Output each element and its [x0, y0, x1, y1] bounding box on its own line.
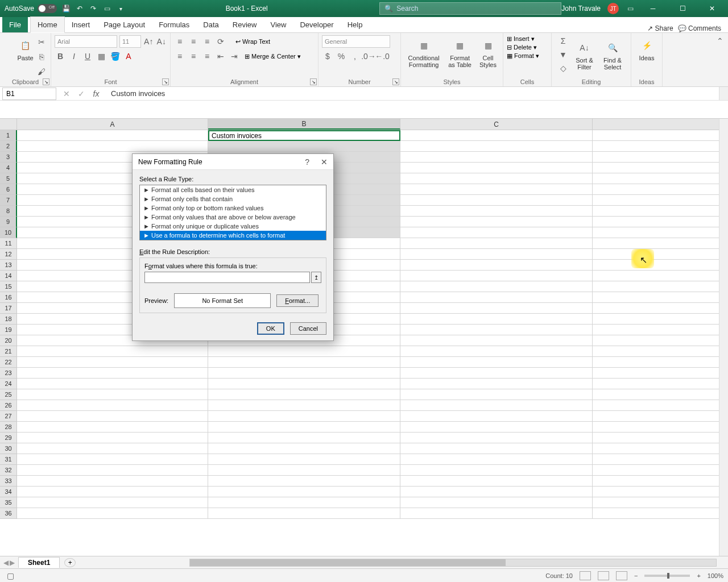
page-layout-view-button[interactable] — [598, 571, 609, 580]
cell[interactable] — [593, 227, 728, 238]
cell[interactable] — [400, 433, 593, 443]
cell[interactable] — [17, 357, 208, 368]
col-header-blank[interactable] — [593, 119, 728, 130]
sheet-nav-next-icon[interactable]: ▶ — [10, 559, 15, 567]
format-painter-icon[interactable]: 🖌 — [36, 66, 47, 77]
row-header[interactable]: 35 — [0, 497, 17, 508]
cell[interactable] — [17, 422, 208, 433]
row-header[interactable]: 34 — [0, 487, 17, 497]
collapse-ribbon-icon[interactable]: ⌃ — [714, 35, 726, 47]
formula-input[interactable]: Custom invoices — [106, 88, 719, 100]
alignment-launcher[interactable]: ↘ — [310, 78, 317, 85]
ok-button[interactable]: OK — [257, 322, 284, 335]
row-header[interactable]: 25 — [0, 389, 17, 400]
percent-icon[interactable]: % — [336, 51, 347, 62]
row-header[interactable]: 33 — [0, 476, 17, 487]
row-header[interactable]: 19 — [0, 325, 17, 335]
cell[interactable] — [400, 217, 593, 227]
row-header[interactable]: 3 — [0, 152, 17, 163]
row-header[interactable]: 23 — [0, 368, 17, 379]
row-header[interactable]: 4 — [0, 163, 17, 173]
range-selector-button[interactable]: ↥ — [311, 272, 321, 283]
autosum-icon[interactable]: Σ — [557, 35, 569, 47]
row-header[interactable]: 5 — [0, 173, 17, 184]
cell[interactable] — [593, 335, 728, 346]
row-header[interactable]: 11 — [0, 238, 17, 249]
sheet-tab-active[interactable]: Sheet1 — [18, 557, 60, 568]
borders-icon[interactable]: ▦ — [96, 51, 107, 62]
cell[interactable]: Custom invoices — [208, 130, 400, 141]
close-button[interactable]: ✕ — [701, 0, 723, 17]
comments-button[interactable]: 💬 Comments — [678, 24, 721, 32]
cell[interactable] — [208, 497, 400, 508]
orientation-icon[interactable]: ⟳ — [215, 36, 226, 47]
row-header[interactable]: 29 — [0, 433, 17, 443]
row-header[interactable]: 13 — [0, 260, 17, 271]
cell[interactable] — [400, 368, 593, 379]
cell[interactable] — [208, 400, 400, 411]
find-select-button[interactable]: 🔍Find & Select — [598, 34, 627, 75]
cell[interactable] — [17, 379, 208, 389]
rule-type-item[interactable]: ► Format all cells based on their values — [140, 185, 326, 194]
cell[interactable] — [593, 433, 728, 443]
redo-icon[interactable]: ↷ — [89, 4, 98, 13]
row-header[interactable]: 28 — [0, 422, 17, 433]
zoom-out-button[interactable]: − — [634, 572, 638, 579]
cell[interactable] — [593, 400, 728, 411]
cell[interactable] — [400, 195, 593, 206]
horizontal-scrollbar[interactable] — [189, 559, 717, 567]
row-header[interactable]: 12 — [0, 249, 17, 260]
cell[interactable] — [593, 422, 728, 433]
number-format-input[interactable] — [322, 35, 390, 48]
merge-center-button[interactable]: ⊞ Merge & Center ▾ — [245, 53, 301, 60]
cell[interactable] — [17, 141, 208, 152]
cell[interactable] — [17, 346, 208, 357]
row-header[interactable]: 8 — [0, 206, 17, 217]
cell[interactable] — [593, 487, 728, 497]
align-middle-icon[interactable]: ≡ — [188, 36, 199, 47]
name-box[interactable]: B1 — [2, 88, 56, 100]
cell[interactable] — [400, 238, 593, 249]
row-header[interactable]: 15 — [0, 281, 17, 292]
row-header[interactable]: 30 — [0, 443, 17, 454]
format-as-table-button[interactable]: ▦Format as Table — [445, 34, 474, 70]
fill-color-icon[interactable]: 🪣 — [109, 51, 121, 62]
cell[interactable] — [17, 508, 208, 519]
search-bar[interactable]: 🔍 Search — [379, 2, 561, 15]
cell[interactable] — [593, 314, 728, 325]
cell[interactable] — [593, 260, 728, 271]
cell[interactable] — [593, 454, 728, 465]
cell[interactable] — [593, 184, 728, 195]
cell[interactable] — [400, 314, 593, 325]
cell[interactable] — [593, 389, 728, 400]
cell[interactable] — [208, 141, 400, 152]
undo-icon[interactable]: ↶ — [75, 4, 84, 13]
cell[interactable] — [593, 325, 728, 335]
row-header[interactable]: 1 — [0, 130, 17, 141]
font-color-icon[interactable]: A — [123, 51, 134, 62]
tab-help[interactable]: Help — [341, 17, 370, 32]
cell[interactable] — [400, 163, 593, 173]
format-cells-button[interactable]: ▦ Format ▾ — [507, 52, 548, 60]
cell[interactable] — [593, 368, 728, 379]
row-header[interactable]: 31 — [0, 454, 17, 465]
row-header[interactable]: 20 — [0, 335, 17, 346]
ribbon-mode-icon[interactable]: ▭ — [626, 4, 635, 13]
tab-view[interactable]: View — [263, 17, 293, 32]
cell[interactable] — [400, 325, 593, 335]
font-launcher[interactable]: ↘ — [162, 78, 169, 85]
cell[interactable] — [400, 206, 593, 217]
normal-view-button[interactable] — [580, 571, 591, 580]
cell[interactable] — [593, 411, 728, 422]
cell[interactable] — [208, 476, 400, 487]
dialog-titlebar[interactable]: New Formatting Rule ? ✕ — [133, 154, 333, 170]
cell[interactable] — [593, 476, 728, 487]
cell[interactable] — [593, 195, 728, 206]
cell[interactable] — [208, 357, 400, 368]
qat-more-icon[interactable]: ▾ — [116, 4, 125, 13]
cell[interactable] — [400, 422, 593, 433]
wrap-text-button[interactable]: ↩ Wrap Text — [235, 38, 270, 45]
col-header-a[interactable]: A — [17, 119, 208, 130]
row-header[interactable]: 26 — [0, 400, 17, 411]
select-all-corner[interactable] — [0, 119, 17, 130]
